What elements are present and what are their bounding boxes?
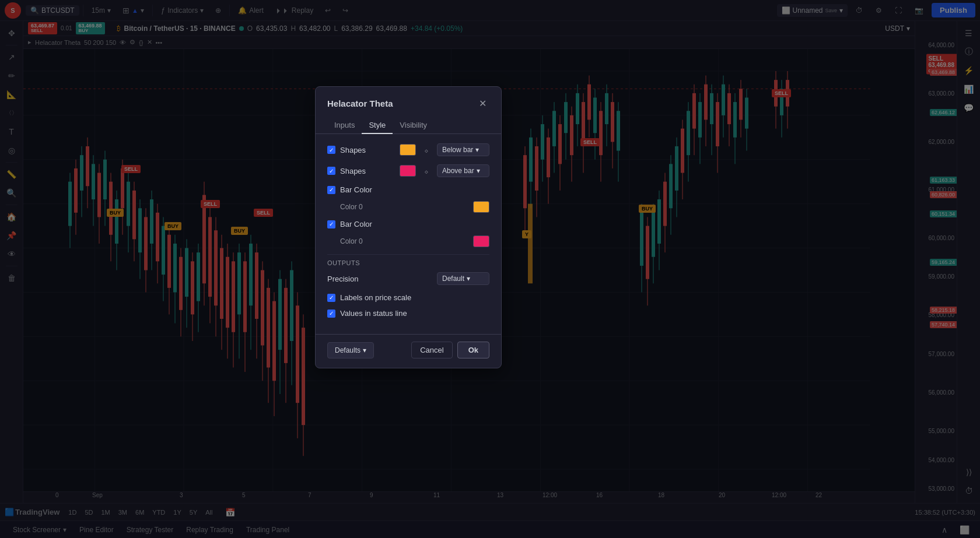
shapes-2-dropdown[interactable]: Above bar ▾ bbox=[437, 164, 489, 177]
shapes-1-checkbox[interactable]: ✓ bbox=[327, 146, 335, 154]
bar-color-2-checkbox[interactable]: ✓ bbox=[327, 220, 335, 228]
shapes-2-dropdown-val: Above bar bbox=[442, 167, 474, 175]
precision-val: Default bbox=[442, 275, 464, 283]
shapes-1-icon[interactable]: ⬦ bbox=[421, 144, 432, 156]
bar-color-1-label: Bar Color bbox=[340, 185, 372, 194]
modal-tabs: Inputs Style Visibility bbox=[316, 110, 501, 134]
defaults-button[interactable]: Defaults ▾ bbox=[327, 342, 374, 358]
modal-title: Helacator Theta bbox=[327, 99, 393, 108]
color0-1-swatch[interactable] bbox=[473, 201, 489, 213]
precision-row: Precision Default ▾ bbox=[327, 272, 489, 285]
modal-close-button[interactable]: ✕ bbox=[475, 96, 489, 110]
modal-footer: Defaults ▾ Cancel Ok bbox=[316, 334, 501, 368]
color0-1-label: Color 0 bbox=[340, 203, 468, 211]
labels-price-scale-label: Labels on price scale bbox=[340, 293, 411, 302]
shapes-row-2: ✓ Shapes ⬦ Above bar ▾ bbox=[327, 164, 489, 177]
bar-color-1-sub: Color 0 bbox=[327, 201, 489, 213]
shapes-1-label: Shapes bbox=[340, 146, 395, 154]
bar-color-2-row: ✓ Bar Color bbox=[327, 220, 489, 228]
precision-dropdown[interactable]: Default ▾ bbox=[437, 272, 489, 285]
chevron-down-shapes2: ▾ bbox=[477, 167, 480, 175]
color0-2-swatch[interactable] bbox=[473, 235, 489, 247]
chevron-down-precision: ▾ bbox=[467, 275, 470, 283]
values-status-row: ✓ Values in status line bbox=[327, 309, 489, 318]
modal-body: ✓ Shapes ⬦ Below bar ▾ ✓ Shapes ⬦ Above … bbox=[316, 134, 501, 334]
modal-header: Helacator Theta ✕ bbox=[316, 87, 501, 110]
shapes-2-label: Shapes bbox=[340, 167, 395, 175]
bar-color-1-checkbox[interactable]: ✓ bbox=[327, 186, 335, 194]
shapes-1-color[interactable] bbox=[400, 144, 416, 156]
shapes-row-1: ✓ Shapes ⬦ Below bar ▾ bbox=[327, 143, 489, 156]
divider bbox=[327, 254, 489, 255]
bar-color-2-label: Bar Color bbox=[340, 220, 372, 228]
ok-button[interactable]: Ok bbox=[457, 342, 489, 358]
action-buttons: Cancel Ok bbox=[411, 342, 489, 358]
color0-2-label: Color 0 bbox=[340, 237, 468, 245]
shapes-1-dropdown[interactable]: Below bar ▾ bbox=[437, 143, 489, 156]
bar-color-1-row: ✓ Bar Color bbox=[327, 185, 489, 194]
cancel-button[interactable]: Cancel bbox=[411, 342, 452, 358]
chevron-down-shapes1: ▾ bbox=[475, 146, 479, 154]
values-status-label: Values in status line bbox=[340, 309, 407, 318]
modal-overlay[interactable]: Helacator Theta ✕ Inputs Style Visibilit… bbox=[0, 0, 980, 538]
helacator-theta-modal: Helacator Theta ✕ Inputs Style Visibilit… bbox=[315, 86, 502, 368]
tab-inputs[interactable]: Inputs bbox=[327, 117, 362, 134]
shapes-1-dropdown-val: Below bar bbox=[442, 146, 473, 154]
labels-price-scale-row: ✓ Labels on price scale bbox=[327, 293, 489, 302]
precision-label: Precision bbox=[327, 275, 432, 283]
shapes-2-color[interactable] bbox=[400, 165, 416, 177]
defaults-label: Defaults bbox=[335, 346, 360, 354]
tab-style[interactable]: Style bbox=[362, 117, 393, 134]
tab-visibility[interactable]: Visibility bbox=[393, 117, 434, 134]
bar-color-2-sub: Color 0 bbox=[327, 235, 489, 247]
chevron-down-defaults: ▾ bbox=[363, 346, 366, 354]
values-status-checkbox[interactable]: ✓ bbox=[327, 310, 335, 318]
labels-price-scale-checkbox[interactable]: ✓ bbox=[327, 294, 335, 302]
shapes-2-checkbox[interactable]: ✓ bbox=[327, 167, 335, 175]
shapes-2-icon[interactable]: ⬦ bbox=[421, 165, 432, 177]
outputs-section-label: OUTPUTS bbox=[327, 259, 489, 266]
